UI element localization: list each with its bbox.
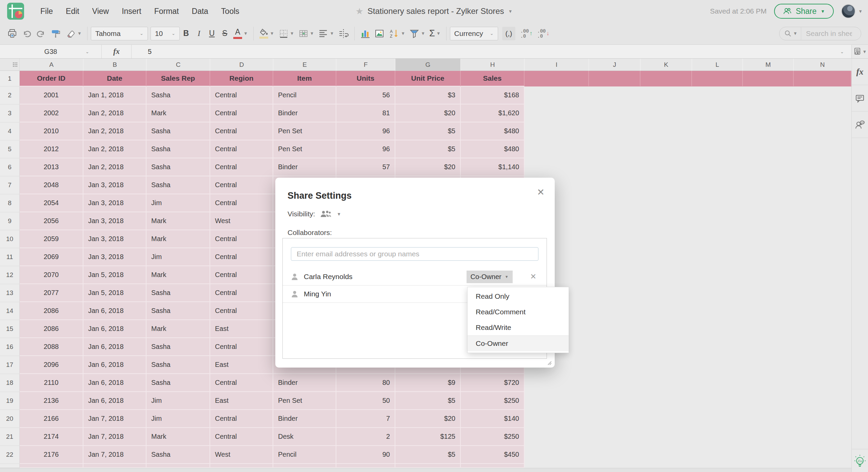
cell[interactable]: East: [210, 392, 273, 410]
cell[interactable]: [743, 374, 794, 392]
cell[interactable]: Binder: [273, 410, 336, 428]
row-header[interactable]: 12: [0, 266, 20, 284]
insert-image-button[interactable]: [372, 26, 387, 41]
cell[interactable]: Central: [210, 410, 273, 428]
title-chevron-down-icon[interactable]: ▼: [508, 9, 513, 14]
cell[interactable]: [589, 302, 640, 320]
cell[interactable]: [794, 356, 851, 374]
cell[interactable]: $720: [461, 374, 525, 392]
cell[interactable]: [692, 176, 743, 194]
cell[interactable]: [589, 71, 640, 86]
cell[interactable]: [743, 410, 794, 428]
cell[interactable]: Pen Set: [273, 392, 336, 410]
cell[interactable]: [743, 104, 794, 122]
cell[interactable]: [794, 464, 851, 468]
cell[interactable]: 2048: [20, 176, 83, 194]
cell[interactable]: [794, 266, 851, 284]
cell[interactable]: Jan 5, 2018: [83, 284, 146, 302]
cell[interactable]: [692, 104, 743, 122]
cell[interactable]: [794, 410, 851, 428]
cell[interactable]: Mark: [146, 428, 210, 446]
cell[interactable]: [692, 248, 743, 266]
row-header[interactable]: 22: [0, 446, 20, 464]
cell[interactable]: Order ID: [20, 71, 83, 86]
cell[interactable]: [743, 86, 794, 104]
sheet-search[interactable]: ▼: [779, 27, 861, 40]
sum-button[interactable]: Σ ▼: [427, 26, 443, 41]
cell[interactable]: [794, 248, 851, 266]
cell[interactable]: $5: [395, 140, 461, 158]
cell[interactable]: [640, 428, 692, 446]
cell[interactable]: $9: [395, 374, 461, 392]
cell[interactable]: [461, 464, 525, 468]
cell[interactable]: Pencil: [273, 446, 336, 464]
cell[interactable]: [640, 104, 692, 122]
comments-panel-button[interactable]: [852, 85, 868, 112]
cell[interactable]: Jan 7, 2018: [83, 428, 146, 446]
cell[interactable]: [589, 158, 640, 176]
column-header-B[interactable]: B: [83, 59, 146, 71]
favorite-star-icon[interactable]: ★: [356, 6, 363, 17]
fill-color-button[interactable]: ▼: [257, 26, 276, 41]
cell[interactable]: [743, 71, 794, 86]
cell[interactable]: [640, 230, 692, 248]
cell[interactable]: Sasha: [146, 122, 210, 140]
cell[interactable]: Mark: [146, 320, 210, 338]
menu-insert[interactable]: Insert: [115, 7, 148, 16]
cell[interactable]: $3: [395, 86, 461, 104]
cell[interactable]: [794, 176, 851, 194]
cell[interactable]: Jan 3, 2018: [83, 212, 146, 230]
cell[interactable]: Jan 3, 2018: [83, 230, 146, 248]
cell[interactable]: Jan 6, 2018: [83, 302, 146, 320]
font-color-button[interactable]: A ▼: [231, 26, 250, 41]
cell[interactable]: Central: [210, 266, 273, 284]
cell[interactable]: $480: [461, 140, 525, 158]
cell[interactable]: Sales: [461, 71, 525, 86]
cell[interactable]: Mark: [146, 104, 210, 122]
cell[interactable]: [743, 248, 794, 266]
cell[interactable]: Jan 2, 2018: [83, 158, 146, 176]
cell[interactable]: Central: [210, 374, 273, 392]
cell[interactable]: Sasha: [146, 158, 210, 176]
menu-format[interactable]: Format: [148, 7, 185, 16]
cell[interactable]: Desk: [273, 428, 336, 446]
wrap-text-button[interactable]: [336, 26, 351, 41]
cell[interactable]: [589, 140, 640, 158]
cell[interactable]: Binder: [273, 104, 336, 122]
column-header-D[interactable]: D: [210, 59, 273, 71]
cell[interactable]: Jim: [146, 410, 210, 428]
cell[interactable]: [692, 446, 743, 464]
cell[interactable]: [743, 356, 794, 374]
menu-view[interactable]: View: [86, 7, 115, 16]
clear-format-button[interactable]: ▼: [63, 26, 84, 41]
cell[interactable]: [525, 392, 589, 410]
borders-button[interactable]: ▼: [276, 26, 296, 41]
cell[interactable]: [692, 71, 743, 86]
cell[interactable]: Sasha: [146, 86, 210, 104]
cell[interactable]: [525, 446, 589, 464]
cell[interactable]: 2176: [20, 446, 83, 464]
cell[interactable]: Sasha: [146, 446, 210, 464]
cell[interactable]: [692, 392, 743, 410]
column-header-I[interactable]: I: [525, 59, 589, 71]
cell[interactable]: $125: [395, 428, 461, 446]
cell[interactable]: 57: [336, 158, 395, 176]
cell[interactable]: $5: [395, 392, 461, 410]
cell[interactable]: 7: [336, 410, 395, 428]
cell[interactable]: Sasha: [146, 176, 210, 194]
cell[interactable]: 2010: [20, 122, 83, 140]
row-header[interactable]: 17: [0, 356, 20, 374]
row-header[interactable]: 2: [0, 86, 20, 104]
row-header[interactable]: 21: [0, 428, 20, 446]
zia-assistant-button[interactable]: Zia: [852, 449, 868, 472]
row-header[interactable]: 19: [0, 392, 20, 410]
cell[interactable]: [794, 446, 851, 464]
formula-input[interactable]: 5: [132, 48, 840, 56]
cell[interactable]: Central: [210, 248, 273, 266]
search-options[interactable]: ▼: [780, 27, 801, 40]
cell[interactable]: [743, 464, 794, 468]
permission-option-read-write[interactable]: Read/Write: [468, 320, 569, 335]
cell[interactable]: $140: [461, 410, 525, 428]
cell[interactable]: [589, 284, 640, 302]
comma-format-button[interactable]: (,): [502, 27, 516, 40]
